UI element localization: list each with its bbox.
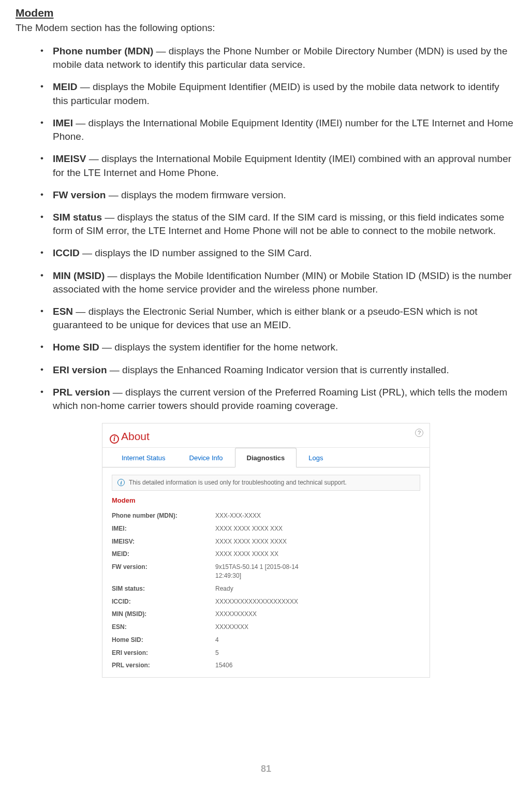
field-value: XXXXXXXXXX	[215, 610, 308, 619]
about-title: About	[121, 430, 150, 442]
list-item: Phone number (MDN) — displays the Phone …	[40, 45, 516, 71]
desc: — displays the status of the SIM card. I…	[53, 212, 504, 236]
field-label: ICCID:	[112, 597, 215, 606]
intro-text: The Modem section has the following opti…	[16, 21, 516, 35]
desc: — displays the International Mobile Equi…	[53, 118, 513, 142]
field-value: XXXX XXXX XXXX XX	[215, 550, 308, 559]
modem-options-list: Phone number (MDN) — displays the Phone …	[16, 45, 516, 413]
tab-bar: Internet Status Device Info Diagnostics …	[102, 448, 430, 467]
banner-text: This detailed information is used only f…	[129, 478, 347, 487]
field-row: Home SID:4	[102, 634, 430, 647]
field-label: IMEISV:	[112, 537, 215, 546]
desc: — displays the Mobile Identification Num…	[53, 270, 512, 295]
tab-logs[interactable]: Logs	[297, 448, 335, 467]
list-item: Home SID — displays the system identifie…	[40, 341, 516, 354]
desc: — displays the system identifier for the…	[99, 342, 338, 353]
term: Home SID	[53, 342, 99, 353]
field-label: ESN:	[112, 623, 215, 632]
desc: — displays the modem firmware version.	[106, 189, 286, 200]
help-icon[interactable]: ?	[415, 429, 423, 437]
field-row: PRL version:15406	[102, 659, 430, 677]
field-value: 5	[215, 649, 308, 657]
list-item: FW version — displays the modem firmware…	[40, 188, 516, 202]
field-label: PRL version:	[112, 661, 215, 670]
field-label: MEID:	[112, 550, 215, 559]
tab-internet-status[interactable]: Internet Status	[110, 448, 178, 467]
term: ESN	[53, 306, 73, 317]
field-row: MIN (MSID):XXXXXXXXXX	[102, 608, 430, 621]
field-label: FW version:	[112, 563, 215, 580]
about-panel: iAbout ? Internet Status Device Info Dia…	[102, 423, 430, 678]
field-value: XXX-XXX-XXXX	[215, 511, 308, 520]
tab-device-info[interactable]: Device Info	[178, 448, 235, 467]
field-row: MEID:XXXX XXXX XXXX XX	[102, 548, 430, 561]
field-label: MIN (MSID):	[112, 610, 215, 619]
term: MIN (MSID)	[53, 270, 105, 281]
list-item: MIN (MSID) — displays the Mobile Identif…	[40, 269, 516, 296]
field-row: FW version:9x15TAS-50.14 1 [2015-08-14 1…	[102, 561, 430, 582]
field-label: IMEI:	[112, 524, 215, 533]
field-label: Phone number (MDN):	[112, 511, 215, 520]
field-row: IMEISV:XXXX XXXX XXXX XXXX	[102, 535, 430, 548]
field-value: 4	[215, 636, 308, 645]
field-value: 9x15TAS-50.14 1 [2015-08-14 12:49:30]	[215, 563, 308, 580]
field-value: XXXX XXXX XXXX XXX	[215, 524, 308, 533]
desc: — displays the ID number assigned to the…	[80, 247, 312, 258]
list-item: ESN — displays the Electronic Serial Num…	[40, 305, 516, 332]
field-row: IMEI:XXXX XXXX XXXX XXX	[102, 522, 430, 535]
info-icon: i	[117, 479, 125, 486]
field-value: XXXXXXXXXXXXXXXXXXXX	[215, 597, 308, 606]
info-icon: i	[110, 434, 119, 444]
field-value: XXXXXXXX	[215, 623, 308, 632]
list-item: IMEI — displays the International Mobile…	[40, 116, 516, 143]
desc: — displays the Enhanced Roaming Indicato…	[107, 364, 449, 375]
term: ERI version	[53, 364, 107, 375]
list-item: PRL version — displays the current versi…	[40, 386, 516, 413]
modem-section-title: Modem	[112, 496, 420, 505]
desc: — displays the Electronic Serial Number,…	[53, 306, 478, 330]
desc: — displays the International Mobile Equi…	[53, 153, 511, 178]
field-value: 15406	[215, 661, 308, 670]
term: SIM status	[53, 212, 102, 223]
term: PRL version	[53, 387, 110, 398]
field-row: Phone number (MDN):XXX-XXX-XXXX	[102, 509, 430, 522]
field-value: XXXX XXXX XXXX XXXX	[215, 537, 308, 546]
list-item: IMEISV — displays the International Mobi…	[40, 152, 516, 179]
field-row: SIM status:Ready	[102, 582, 430, 595]
field-value: Ready	[215, 584, 308, 593]
heading-modem: Modem	[16, 5, 516, 20]
info-banner: i This detailed information is used only…	[112, 475, 420, 491]
term: IMEISV	[53, 153, 86, 164]
term: ICCID	[53, 247, 80, 258]
field-row: ERI version:5	[102, 647, 430, 660]
about-header: iAbout ?	[102, 423, 430, 447]
list-item: ERI version — displays the Enhanced Roam…	[40, 363, 516, 377]
page-number: 81	[16, 763, 516, 776]
field-label: SIM status:	[112, 584, 215, 593]
list-item: ICCID — displays the ID number assigned …	[40, 246, 516, 260]
field-label: Home SID:	[112, 636, 215, 645]
field-label: ERI version:	[112, 649, 215, 657]
term: FW version	[53, 189, 106, 200]
desc: — displays the Mobile Equipment Identifi…	[53, 81, 499, 106]
term: MEID	[53, 81, 78, 92]
field-row: ESN:XXXXXXXX	[102, 621, 430, 634]
term: Phone number (MDN)	[53, 46, 153, 56]
desc: — displays the current version of the Pr…	[53, 387, 507, 411]
list-item: MEID — displays the Mobile Equipment Ide…	[40, 80, 516, 107]
list-item: SIM status — displays the status of the …	[40, 211, 516, 238]
field-row: ICCID:XXXXXXXXXXXXXXXXXXXX	[102, 595, 430, 608]
tab-diagnostics[interactable]: Diagnostics	[235, 448, 297, 467]
term: IMEI	[53, 118, 73, 128]
